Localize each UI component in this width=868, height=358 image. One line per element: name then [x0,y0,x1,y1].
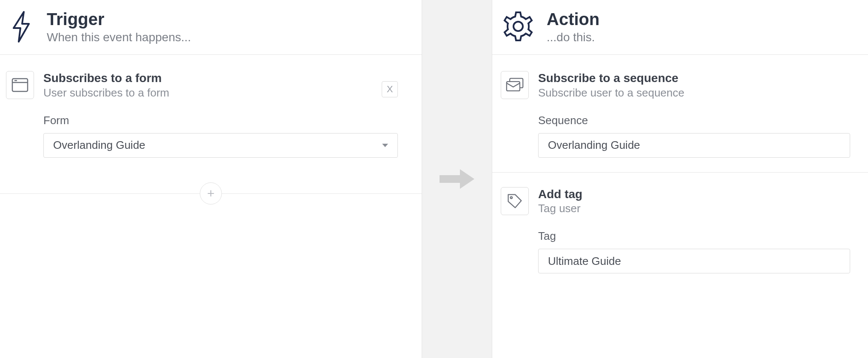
tag-field-group: Tag Ultimate Guide [538,230,868,273]
action-panel: Action ...do this. Subscribe to a sequen… [492,0,868,358]
sequence-field-group: Sequence Overlanding Guide [538,114,868,158]
action-card-head: Add tag Tag user [501,187,868,216]
trigger-header-text: Trigger When this event happens... [47,9,191,44]
action-card-title: Subscribe to a sequence [538,71,684,85]
svg-point-3 [513,22,523,31]
action-card-description: Subscribe user to a sequence [538,86,684,99]
tag-field-label: Tag [538,230,850,243]
trigger-card-titles: Subscribes to a form User subscribes to … [43,71,169,99]
svg-point-6 [511,196,513,199]
tag-select[interactable]: Ultimate Guide [538,249,850,273]
add-trigger-button[interactable]: + [200,182,222,205]
trigger-title: Trigger [47,9,191,29]
action-card-head: Subscribe to a sequence Subscribe user t… [501,71,868,99]
form-select[interactable]: Overlanding Guide [43,133,398,158]
gear-icon [501,9,536,44]
action-card-titles: Subscribe to a sequence Subscribe user t… [538,71,684,99]
action-header: Action ...do this. [492,0,868,55]
action-separator [492,172,868,173]
action-header-text: Action ...do this. [547,9,599,44]
action-title: Action [547,9,599,29]
form-select-value: Overlanding Guide [53,139,145,152]
close-icon: X [387,84,393,95]
envelope-stack-icon [501,71,529,99]
trigger-subtitle: When this event happens... [47,31,191,44]
action-card-sequence: Subscribe to a sequence Subscribe user t… [501,71,868,158]
action-subtitle: ...do this. [547,31,599,44]
lightning-icon [8,9,35,43]
sequence-select[interactable]: Overlanding Guide [538,133,850,158]
trigger-card-head: Subscribes to a form User subscribes to … [6,71,416,99]
sequence-field-label: Sequence [538,114,850,127]
trigger-panel: Trigger When this event happens... Subsc… [0,0,422,358]
action-card-description: Tag user [538,202,582,215]
form-icon [6,71,34,99]
trigger-card-description: User subscribes to a form [43,86,169,99]
action-card-titles: Add tag Tag user [538,187,582,216]
trigger-header: Trigger When this event happens... [0,0,422,55]
form-field-label: Form [43,114,398,127]
tag-select-value: Ultimate Guide [548,255,621,268]
svg-rect-5 [507,82,520,91]
action-card-title: Add tag [538,187,582,202]
trigger-field-group: Form Overlanding Guide [43,114,416,158]
arrow-right-icon [439,168,475,190]
tag-icon [501,187,529,215]
chevron-down-icon [382,144,388,147]
action-card-tag: Add tag Tag user Tag Ultimate Guide [501,187,868,274]
action-body: Subscribe to a sequence Subscribe user t… [492,55,868,273]
trigger-card: Subscribes to a form User subscribes to … [6,71,416,158]
remove-trigger-button[interactable]: X [382,81,398,97]
add-trigger-row: + [6,182,416,205]
trigger-body: Subscribes to a form User subscribes to … [0,55,422,205]
sequence-select-value: Overlanding Guide [548,139,640,152]
plus-icon: + [207,186,215,201]
flow-connector [422,0,492,358]
trigger-card-title: Subscribes to a form [43,71,169,85]
